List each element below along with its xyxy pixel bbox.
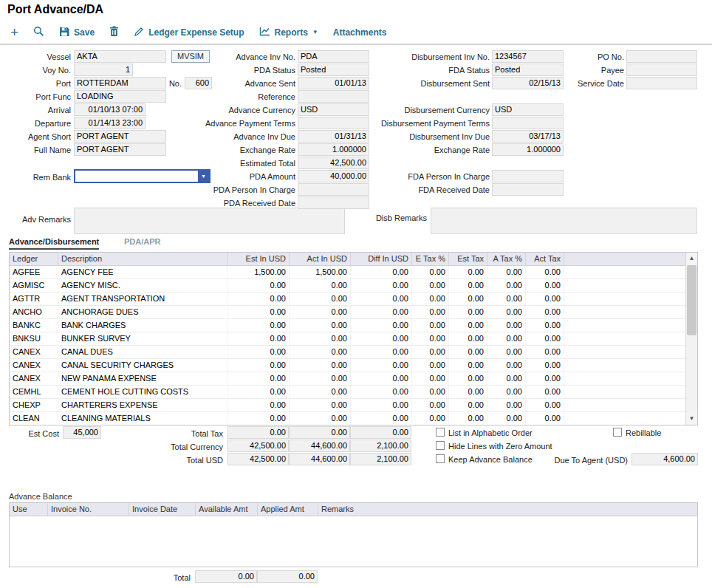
a-tax-pct-cell[interactable]: 0.00 [487,279,526,292]
act-tax-cell[interactable]: 0.00 [526,412,564,425]
pda-status-field[interactable]: Posted [298,64,369,76]
fda-person-in-charge-field[interactable] [492,170,564,182]
ledger-row[interactable]: CANEX CANAL SECURITY CHARGES 0.00 0.00 0… [10,359,685,372]
act-in-usd-cell[interactable]: 0.00 [290,386,351,398]
col-header-description[interactable]: Description [58,253,228,265]
act-tax-cell[interactable]: 0.00 [526,346,564,358]
est-tax-cell[interactable]: 0.00 [449,332,487,345]
act-tax-cell[interactable]: 0.00 [526,266,564,278]
disbursement-inv-due-field[interactable]: 03/17/13 [492,130,564,143]
e-tax-pct-cell[interactable]: 0.00 [412,293,449,305]
e-tax-pct-cell[interactable]: 0.00 [412,266,449,278]
diff-in-usd-cell[interactable]: 0.00 [351,266,412,278]
a-tax-pct-cell[interactable]: 0.00 [487,372,526,385]
est-in-usd-cell[interactable]: 0.00 [228,359,290,372]
hide-zero-checkbox[interactable] [436,441,445,450]
ledger-code-cell[interactable]: BANKC [10,319,58,332]
diff-in-usd-cell[interactable]: 0.00 [351,293,412,305]
a-tax-pct-cell[interactable]: 0.00 [487,306,526,318]
est-in-usd-cell[interactable]: 0.00 [228,412,290,425]
adv-remarks-field[interactable] [74,208,345,234]
ledger-code-cell[interactable]: CANEX [10,372,58,385]
diff-in-usd-cell[interactable]: 0.00 [351,412,412,425]
rebillable-label[interactable]: Rebillable [626,428,661,438]
exchange-rate-pda-field[interactable]: 1.000000 [298,143,369,156]
est-tax-cell[interactable]: 0.00 [449,279,487,292]
search-button[interactable] [33,26,44,39]
e-tax-pct-cell[interactable]: 0.00 [412,332,449,345]
a-tax-pct-cell[interactable]: 0.00 [487,386,526,398]
pda-amount-field[interactable]: 40,000.00 [298,170,369,182]
advance-sent-field[interactable]: 01/01/13 [298,77,369,89]
ledger-row[interactable]: AGFEE AGENCY FEE 1,500.00 1,500.00 0.00 … [10,266,685,279]
ledger-row[interactable]: CLEAN CLEANING MATERIALS 0.00 0.00 0.00 … [10,412,685,425]
exchange-rate-fda-field[interactable]: 1.000000 [492,143,564,156]
advance-balance-empty-body[interactable] [10,516,697,567]
col-header-available-amt[interactable]: Available Amt [196,503,258,516]
act-in-usd-cell[interactable]: 0.00 [290,412,351,425]
ledger-code-cell[interactable]: AGTTR [10,293,58,305]
ledger-code-cell[interactable]: AGFEE [10,266,58,278]
est-tax-cell[interactable]: 0.00 [449,319,487,332]
description-cell[interactable]: AGENT TRANSPORTATION [58,293,228,305]
act-in-usd-cell[interactable]: 0.00 [290,359,351,372]
tab-pda-apr[interactable]: PDA/APR [124,237,161,246]
est-in-usd-cell[interactable]: 0.00 [228,293,290,305]
est-in-usd-cell[interactable]: 0.00 [228,372,290,385]
description-cell[interactable]: CANAL SECURITY CHARGES [58,359,228,372]
est-cost-field[interactable]: 45,000 [63,426,101,439]
ledger-code-cell[interactable]: ANCHO [10,306,58,318]
act-tax-cell[interactable]: 0.00 [526,293,564,305]
est-in-usd-cell[interactable]: 0.00 [228,346,290,358]
a-tax-pct-cell[interactable]: 0.00 [487,266,526,278]
col-header-est-tax[interactable]: Est Tax [449,253,487,265]
col-header-invoice-no[interactable]: Invoice No. [48,503,129,516]
full-name-field[interactable]: PORT AGENT [74,143,166,156]
act-in-usd-cell[interactable]: 0.00 [290,306,351,318]
e-tax-pct-cell[interactable]: 0.00 [412,279,449,292]
est-in-usd-cell[interactable]: 0.00 [228,399,290,411]
ledger-row[interactable]: BANKC BANK CHARGES 0.00 0.00 0.00 0.00 0… [10,319,685,332]
e-tax-pct-cell[interactable]: 0.00 [412,359,449,372]
description-cell[interactable]: CEMENT HOLE CUTTING COSTS [58,386,228,398]
description-cell[interactable]: CHARTERERS EXPENSE [58,399,228,411]
col-header-ledger[interactable]: Ledger [10,253,58,265]
est-in-usd-cell[interactable]: 0.00 [228,306,290,318]
col-header-act-tax[interactable]: Act Tax [526,253,564,265]
act-in-usd-cell[interactable]: 0.00 [290,293,351,305]
ledger-row[interactable]: AGMISC AGENCY MISC. 0.00 0.00 0.00 0.00 … [10,279,685,293]
e-tax-pct-cell[interactable]: 0.00 [412,386,449,398]
a-tax-pct-cell[interactable]: 0.00 [487,293,526,305]
ledger-code-cell[interactable]: CANEX [10,346,58,358]
diff-in-usd-cell[interactable]: 0.00 [351,386,412,398]
add-button[interactable]: + [10,26,18,39]
e-tax-pct-cell[interactable]: 0.00 [412,399,449,411]
fda-received-date-field[interactable] [492,183,564,196]
a-tax-pct-cell[interactable]: 0.00 [487,399,526,411]
payee-field[interactable] [626,64,697,76]
act-in-usd-cell[interactable]: 0.00 [290,319,351,332]
keep-advance-balance-checkbox[interactable] [436,454,445,463]
ledger-row[interactable]: CEMHL CEMENT HOLE CUTTING COSTS 0.00 0.0… [10,386,685,399]
po-no-field[interactable] [626,50,697,63]
delete-button[interactable] [109,26,119,39]
act-in-usd-cell[interactable]: 0.00 [290,399,351,411]
description-cell[interactable]: BUNKER SURVEY [58,332,228,345]
pda-person-in-charge-field[interactable] [298,183,369,196]
ledger-row[interactable]: ANCHO ANCHORAGE DUES 0.00 0.00 0.00 0.00… [10,306,685,319]
ledger-expense-setup-button[interactable]: Ledger Expense Setup [134,27,244,39]
diff-in-usd-cell[interactable]: 0.00 [351,332,412,345]
col-header-a-tax-pct[interactable]: A Tax % [487,253,526,265]
advance-currency-field[interactable]: USD [298,103,369,116]
disb-remarks-field[interactable] [431,208,697,234]
description-cell[interactable]: AGENCY FEE [58,266,228,278]
act-in-usd-cell[interactable]: 0.00 [290,372,351,385]
disbursement-currency-field[interactable]: USD [492,103,564,116]
advance-payment-terms-field[interactable] [298,117,369,129]
list-alphabetic-checkbox[interactable] [436,428,445,437]
reports-button[interactable]: Reports ▼ [259,27,318,38]
col-header-act-in-usd[interactable]: Act In USD [290,253,351,265]
ledger-code-cell[interactable]: CEMHL [10,386,58,398]
ledger-code-cell[interactable]: BNKSU [10,332,58,345]
act-in-usd-cell[interactable]: 0.00 [290,332,351,345]
